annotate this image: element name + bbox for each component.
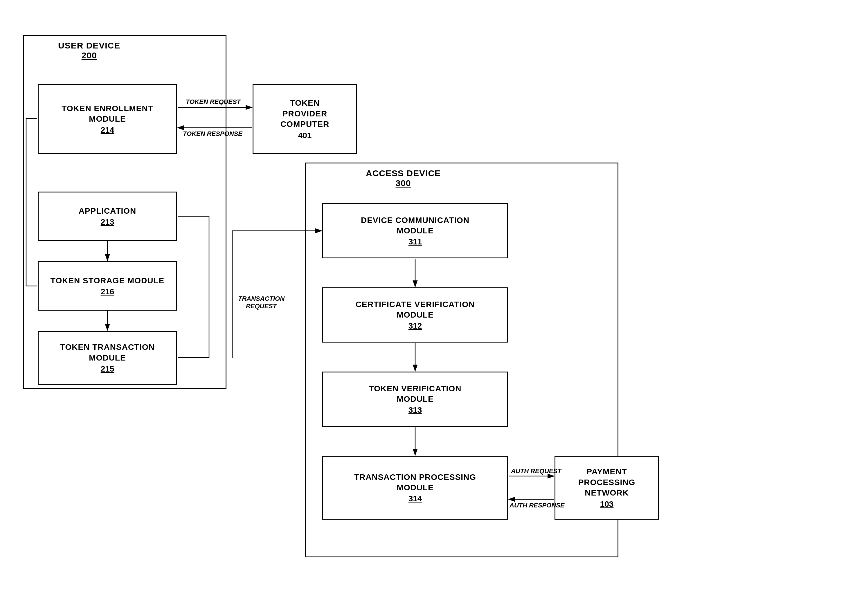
device-comm-box: DEVICE COMMUNICATION MODULE 311 [322, 203, 508, 258]
auth-response-label: AUTH RESPONSE [510, 502, 564, 509]
application-title: APPLICATION [79, 206, 137, 216]
cert-verification-title: CERTIFICATE VERIFICATION MODULE [355, 299, 475, 320]
application-id: 213 [101, 217, 115, 227]
token-verification-box: TOKEN VERIFICATION MODULE 313 [322, 371, 508, 427]
token-provider-box: TOKEN PROVIDER COMPUTER 401 [253, 84, 357, 154]
token-provider-id: 401 [298, 131, 312, 140]
transaction-processing-title: TRANSACTION PROCESSING MODULE [354, 472, 476, 493]
transaction-processing-box: TRANSACTION PROCESSING MODULE 314 [322, 456, 508, 520]
token-storage-title: TOKEN STORAGE MODULE [50, 276, 164, 286]
payment-processing-id: 103 [600, 500, 614, 509]
token-enrollment-id: 214 [101, 125, 115, 135]
device-comm-title: DEVICE COMMUNICATION MODULE [361, 215, 470, 236]
payment-processing-box: PAYMENT PROCESSING NETWORK 103 [555, 456, 659, 520]
token-transaction-id: 215 [101, 364, 115, 374]
token-storage-box: TOKEN STORAGE MODULE 216 [38, 261, 177, 311]
auth-request-label: AUTH REQUEST [511, 467, 561, 475]
access-device-label: ACCESS DEVICE 300 [366, 169, 441, 188]
diagram: USER DEVICE 200 TOKEN ENROLLMENT MODULE … [0, 0, 846, 616]
transaction-processing-id: 314 [408, 494, 422, 503]
token-enrollment-title: TOKEN ENROLLMENT MODULE [62, 103, 153, 125]
cert-verification-id: 312 [408, 321, 422, 331]
payment-processing-title: PAYMENT PROCESSING NETWORK [578, 466, 636, 498]
user-device-label: USER DEVICE 200 [58, 41, 120, 60]
token-provider-title: TOKEN PROVIDER COMPUTER [281, 98, 329, 129]
token-transaction-box: TOKEN TRANSACTION MODULE 215 [38, 331, 177, 385]
device-comm-id: 311 [408, 237, 422, 246]
token-transaction-title: TOKEN TRANSACTION MODULE [60, 342, 155, 363]
transaction-request-label: TRANSACTIONREQUEST [238, 287, 285, 310]
token-verification-id: 313 [408, 406, 422, 415]
cert-verification-box: CERTIFICATE VERIFICATION MODULE 312 [322, 287, 508, 343]
application-box: APPLICATION 213 [38, 192, 177, 241]
token-verification-title: TOKEN VERIFICATION MODULE [369, 383, 462, 405]
token-response-label: TOKEN RESPONSE [183, 130, 242, 138]
token-request-label: TOKEN REQUEST [186, 98, 241, 106]
token-storage-id: 216 [101, 287, 115, 296]
token-enrollment-box: TOKEN ENROLLMENT MODULE 214 [38, 84, 177, 154]
